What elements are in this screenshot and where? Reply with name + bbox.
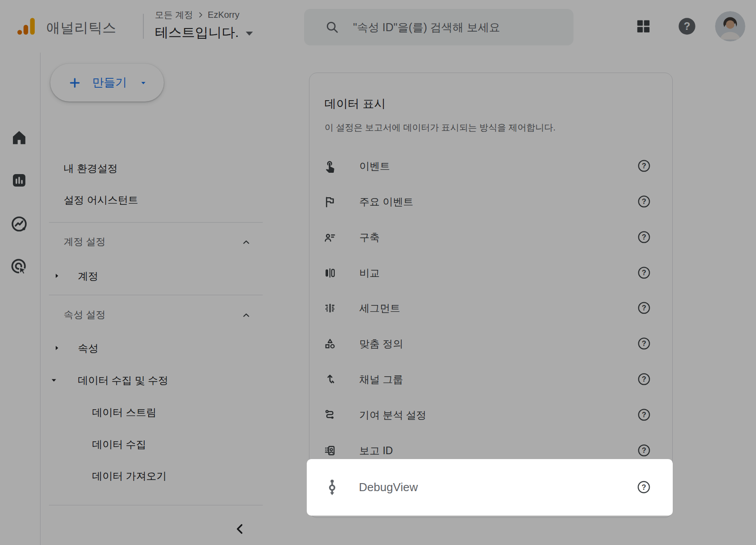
ga-admin-page: 애널리틱스 모든 계정 EzKorry 테스트입니다. bbox=[0, 0, 756, 545]
debugview-row[interactable]: DebugView ? bbox=[307, 459, 673, 516]
svg-text:?: ? bbox=[642, 483, 646, 492]
debugview-icon bbox=[322, 477, 342, 498]
help-icon[interactable]: ? bbox=[637, 480, 651, 494]
row-label[interactable]: DebugView bbox=[359, 459, 418, 516]
